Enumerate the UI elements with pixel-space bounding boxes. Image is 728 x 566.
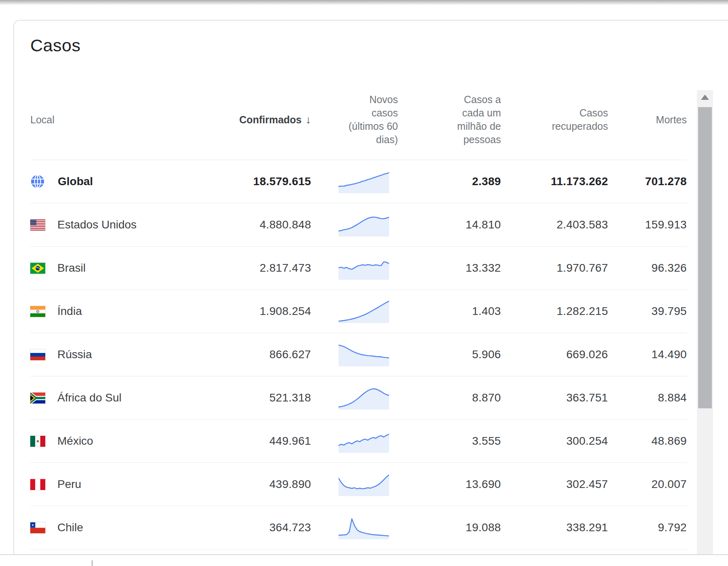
country-name: Peru	[57, 478, 81, 491]
local-cell: Global	[30, 173, 220, 190]
new-cases-cell	[311, 170, 398, 193]
new-cases-cell	[311, 257, 398, 280]
table-row--frica-do-sul[interactable]: África do Sul 521.318 8.870 363.751 8.88…	[30, 376, 687, 419]
confirmed-value: 449.961	[220, 435, 311, 448]
local-cell: Rússia	[30, 348, 220, 361]
per-million-value: 19.088	[398, 521, 501, 534]
new-cases-sparkline	[339, 257, 389, 280]
per-million-value: 3.555	[398, 435, 501, 448]
header-novos-casos-label: Novos casos (últimos 60 dias)	[349, 93, 398, 146]
header-casos-por-milhao-label: Casos a cada um milhão de pessoas	[457, 93, 501, 146]
header-casos-recuperados-label: Casos recuperados	[552, 106, 608, 133]
header-casos-por-milhao[interactable]: Casos a cada um milhão de pessoas	[398, 93, 501, 146]
cl-flag-icon	[30, 522, 45, 533]
table-body: Global 18.579.615 2.389 11.173.262 701.2…	[30, 160, 728, 549]
new-cases-sparkline	[339, 516, 389, 539]
new-cases-cell	[311, 300, 398, 323]
za-flag-icon	[30, 393, 45, 403]
confirmed-value: 1.908.254	[220, 305, 311, 318]
per-million-value: 14.810	[398, 218, 501, 231]
country-name: África do Sul	[57, 391, 122, 404]
header-mortes[interactable]: Mortes	[608, 113, 687, 127]
local-cell: África do Sul	[30, 391, 220, 404]
confirmed-value: 364.723	[220, 521, 311, 534]
new-cases-sparkline	[339, 170, 389, 193]
confirmed-value: 866.627	[220, 348, 311, 361]
new-cases-cell	[311, 213, 398, 237]
header-casos-recuperados[interactable]: Casos recuperados	[501, 106, 608, 133]
local-cell: Brasil	[30, 262, 220, 275]
bottom-tick	[92, 560, 93, 566]
new-cases-cell	[311, 343, 398, 366]
deaths-value: 9.792	[608, 521, 687, 534]
country-name: México	[57, 435, 93, 448]
us-flag-icon	[30, 220, 45, 230]
bottom-divider	[0, 554, 728, 555]
new-cases-sparkline	[339, 473, 389, 496]
confirmed-value: 2.817.473	[220, 262, 311, 275]
recovered-value: 302.457	[501, 478, 608, 491]
recovered-value: 669.026	[501, 348, 608, 361]
header-confirmados-label: Confirmados	[239, 114, 301, 125]
recovered-value: 300.254	[501, 435, 608, 448]
in-flag-icon	[30, 306, 45, 317]
deaths-value: 14.490	[608, 348, 687, 361]
recovered-value: 2.403.583	[501, 218, 608, 231]
new-cases-sparkline	[339, 430, 389, 453]
table-row--ndia[interactable]: Índia 1.908.254 1.403 1.282.215 39.795	[30, 289, 687, 333]
confirmed-value: 439.890	[220, 478, 311, 491]
table-row-brasil[interactable]: Brasil 2.817.473 13.332 1.970.767 96.326	[30, 246, 687, 289]
recovered-value: 11.173.262	[501, 175, 608, 188]
globe-icon	[29, 173, 46, 190]
scrollbar-thumb[interactable]	[698, 107, 712, 408]
confirmed-value: 521.318	[220, 391, 311, 404]
new-cases-cell	[311, 386, 398, 410]
country-name: Global	[58, 175, 93, 188]
country-name: Índia	[57, 305, 82, 318]
table-row-global[interactable]: Global 18.579.615 2.389 11.173.262 701.2…	[30, 160, 687, 203]
recovered-value: 1.970.767	[501, 262, 608, 275]
deaths-value: 39.795	[608, 305, 687, 318]
local-cell: México	[30, 435, 220, 448]
new-cases-sparkline	[339, 300, 389, 323]
sort-desc-icon: ↓	[306, 113, 311, 127]
local-cell: Chile	[30, 521, 220, 534]
recovered-value: 1.282.215	[501, 305, 608, 318]
page: Casos Local Confirmados↓ Novos casos (úl…	[0, 0, 728, 566]
cases-card: Casos Local Confirmados↓ Novos casos (úl…	[13, 20, 728, 554]
new-cases-cell	[311, 473, 398, 496]
scroll-up-arrow-icon[interactable]	[701, 95, 709, 100]
scrollbar[interactable]	[697, 90, 713, 554]
recovered-value: 363.751	[501, 391, 608, 404]
confirmed-value: 18.579.615	[220, 175, 311, 188]
country-name: Brasil	[57, 262, 86, 275]
local-cell: Índia	[30, 305, 220, 318]
table-row-estados-unidos[interactable]: Estados Unidos 4.880.848 14.810 2.403.58…	[30, 203, 687, 246]
table-header: Local Confirmados↓ Novos casos (últimos …	[30, 80, 687, 160]
mx-flag-icon	[30, 436, 45, 447]
deaths-value: 8.884	[608, 391, 687, 404]
deaths-value: 159.913	[608, 218, 687, 231]
deaths-value: 48.869	[608, 435, 687, 448]
table-row-chile[interactable]: Chile 364.723 19.088 338.291 9.792	[30, 506, 687, 549]
per-million-value: 13.690	[398, 478, 501, 491]
country-name: Rússia	[57, 348, 92, 361]
confirmed-value: 4.880.848	[220, 218, 311, 231]
per-million-value: 8.870	[398, 391, 501, 404]
country-name: Chile	[57, 521, 83, 534]
deaths-value: 20.007	[608, 478, 687, 491]
recovered-value: 338.291	[501, 521, 608, 534]
table-row-m-xico[interactable]: México 449.961 3.555 300.254 48.869	[30, 419, 687, 463]
table-row-peru[interactable]: Peru 439.890 13.690 302.457 20.007	[30, 463, 687, 506]
country-name: Estados Unidos	[57, 218, 137, 231]
pe-flag-icon	[30, 479, 45, 490]
table-row-r-ssia[interactable]: Rússia 866.627 5.906 669.026 14.490	[30, 333, 687, 376]
header-novos-casos[interactable]: Novos casos (últimos 60 dias)	[311, 93, 398, 146]
br-flag-icon	[30, 263, 45, 274]
deaths-value: 96.326	[608, 262, 687, 275]
per-million-value: 5.906	[398, 348, 501, 361]
new-cases-sparkline	[339, 386, 389, 410]
header-local[interactable]: Local	[30, 113, 220, 127]
per-million-value: 1.403	[398, 305, 501, 318]
header-confirmados[interactable]: Confirmados↓	[220, 113, 311, 127]
